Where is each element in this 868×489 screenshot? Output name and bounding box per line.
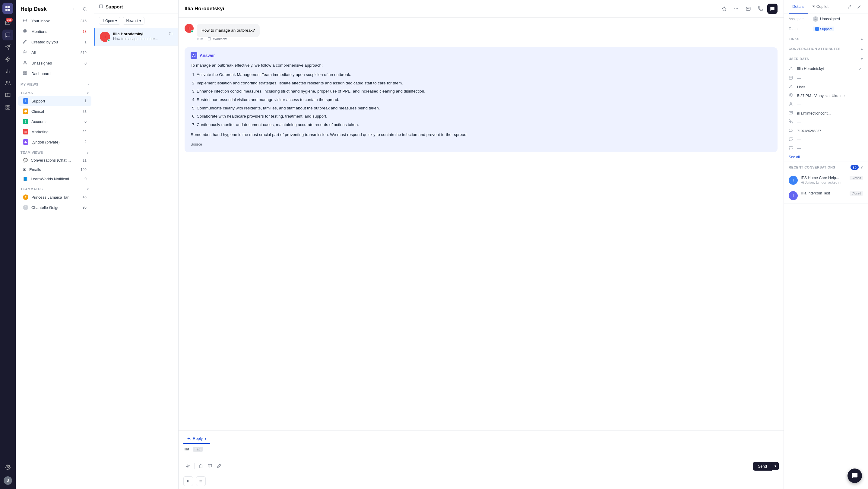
nav-people-icon[interactable] — [2, 78, 13, 89]
teammate-princess[interactable]: P Princess Jamaica Tan 45 — [18, 192, 91, 202]
user-message-content: How to manage an outbreak? 10m · Workflo… — [197, 24, 260, 42]
team-view-emails[interactable]: ✉ Emails 199 — [18, 165, 91, 174]
user-full-name: Illia Horodetskyi — [797, 67, 846, 71]
reply-tab-hint: Tab — [193, 447, 203, 452]
compose-icon[interactable] — [70, 5, 78, 13]
see-all-button[interactable]: See all — [784, 153, 868, 162]
conv-item-illia[interactable]: I Illia Horodetskyi How to manage an out… — [94, 28, 178, 46]
recent-conv-ips[interactable]: I IPS Home Care Help... Hi Julian, Lyndo… — [784, 173, 868, 188]
recent-status-ips: Closed — [849, 176, 863, 180]
teammate-chantelle[interactable]: C Chantelle Geiger 96 — [18, 203, 91, 212]
svg-rect-27 — [25, 142, 27, 143]
svg-line-44 — [848, 7, 849, 8]
user-more-btn[interactable]: ··· — [849, 65, 855, 72]
all-count: 519 — [81, 51, 87, 55]
reply-tab-label: Reply — [193, 436, 203, 441]
ai-intro: To manage an outbreak effectively, we fo… — [191, 62, 772, 69]
email-channel-button[interactable] — [743, 4, 753, 14]
conv-attrs-chevron[interactable]: ∧ — [861, 47, 863, 51]
nav-chat-icon[interactable] — [2, 30, 13, 40]
user-avatar-icon[interactable]: U — [2, 475, 13, 486]
my-views-chevron[interactable]: › — [88, 83, 89, 86]
tab-copilot[interactable]: Copilot — [808, 0, 832, 13]
chat-widget-button[interactable] — [847, 468, 862, 483]
team-item-clinical[interactable]: Clinical 11 — [18, 106, 91, 116]
recent-avatar-intercom: I — [789, 191, 798, 200]
links-chevron[interactable]: ∧ — [861, 37, 863, 41]
chat-header: Illia Horodetskyi — [179, 0, 783, 18]
team-tag: i Support — [813, 27, 834, 31]
sidebar-item-created[interactable]: Created by you 1 — [18, 37, 91, 47]
team-item-marketing[interactable]: Marketing 22 — [18, 127, 91, 137]
team-view-conversations[interactable]: 💬 Conversations (Chat ... 11 — [18, 156, 91, 165]
nav-bolt-icon[interactable] — [2, 54, 13, 65]
send-dropdown-button[interactable]: ▾ — [772, 462, 779, 470]
ai-step-7: Continuously monitor and document cases,… — [197, 122, 772, 128]
user-email-row: illia@infectioncont... — [784, 109, 868, 118]
recent-conv-meta: 20 ∨ — [850, 165, 863, 170]
sidebar-item-dashboard[interactable]: Dashboard — [18, 69, 91, 79]
send-main-button[interactable]: Send — [753, 462, 772, 470]
nav-inbox-icon[interactable]: 315 — [2, 18, 13, 28]
userid-icon — [789, 128, 794, 133]
svg-point-15 — [7, 467, 9, 468]
expand-icon[interactable] — [845, 3, 854, 11]
teams-chevron[interactable]: ∨ — [87, 91, 89, 95]
star-button[interactable] — [719, 4, 729, 14]
user-data-chevron[interactable]: ∨ — [861, 57, 863, 61]
svg-point-51 — [790, 94, 792, 96]
team-label-clinical: Clinical — [31, 109, 44, 113]
filter-open-chevron: ▾ — [115, 19, 117, 23]
recent-conv-intercom[interactable]: I Illia Intercom Test Closed — [784, 188, 868, 203]
bolt-tool-btn[interactable] — [183, 462, 192, 470]
nav-book-icon[interactable] — [2, 90, 13, 101]
tab-details[interactable]: Details — [789, 0, 808, 13]
sidebar-item-all[interactable]: All 519 — [18, 47, 91, 58]
svg-marker-29 — [722, 7, 726, 10]
trash-tool-btn[interactable] — [196, 462, 206, 470]
reply-input-area[interactable]: Illia, Tab — [179, 444, 783, 459]
reply-tab[interactable]: Reply ▾ — [183, 434, 210, 444]
svg-point-47 — [815, 18, 816, 19]
team-view-conv-count: 11 — [83, 158, 87, 163]
filter-open-btn[interactable]: 1 Open ▾ — [99, 17, 120, 25]
filter-newest-btn[interactable]: Newest ▾ — [123, 17, 145, 25]
collapse-icon[interactable] — [855, 3, 863, 11]
user-link-btn[interactable]: ↗ — [857, 65, 863, 72]
svg-rect-1 — [8, 6, 10, 8]
nav-apps-icon[interactable] — [2, 102, 13, 113]
sidebar-item-unassigned[interactable]: Unassigned 0 — [18, 58, 91, 68]
pause-button[interactable] — [183, 476, 193, 486]
recent-conversations-section: RECENT CONVERSATIONS 20 ∨ — [784, 162, 868, 173]
phone-button[interactable] — [755, 4, 766, 14]
conv-time-illia: 7m — [169, 32, 174, 35]
nav-send-icon[interactable] — [2, 42, 13, 53]
link-tool-btn[interactable] — [214, 462, 223, 470]
nav-settings-icon[interactable] — [2, 462, 13, 473]
team-item-support[interactable]: i Support 1 — [18, 96, 91, 106]
reply-tab-chevron: ▾ — [205, 436, 207, 441]
active-channel-button[interactable] — [767, 4, 777, 14]
team-views-chevron[interactable]: ∨ — [87, 151, 89, 154]
sidebar-title: Help Desk — [21, 6, 47, 12]
sidebar-header: Help Desk — [16, 0, 94, 16]
user-data-label: USER DATA — [789, 57, 809, 61]
recent-content-intercom: Illia Intercom Test — [801, 191, 846, 196]
team-count-lyndon: 2 — [85, 140, 87, 144]
inbox-count: 315 — [81, 19, 87, 23]
nav-chart-icon[interactable] — [2, 66, 13, 76]
article-tool-btn[interactable] — [206, 462, 214, 470]
mentions-count: 13 — [83, 30, 87, 34]
sidebar-item-inbox[interactable]: Your inbox 315 — [18, 16, 91, 26]
recent-conv-chevron[interactable]: ∨ — [861, 165, 863, 169]
teammates-chevron[interactable]: ∨ — [87, 188, 89, 191]
team-item-accounts[interactable]: Accounts 0 — [18, 117, 91, 126]
app-logo[interactable] — [2, 3, 13, 14]
sidebar-item-mentions[interactable]: Mentions 13 — [18, 27, 91, 36]
team-view-learnworlds[interactable]: 📘 LearnWorlds Notificati... 0 — [18, 174, 91, 183]
user-teammate: — — [797, 137, 863, 142]
more-options-button[interactable] — [731, 4, 741, 14]
search-icon[interactable] — [81, 5, 89, 13]
team-item-lyndon[interactable]: Lyndon (private) 2 — [18, 137, 91, 147]
menu-button[interactable] — [196, 476, 206, 486]
